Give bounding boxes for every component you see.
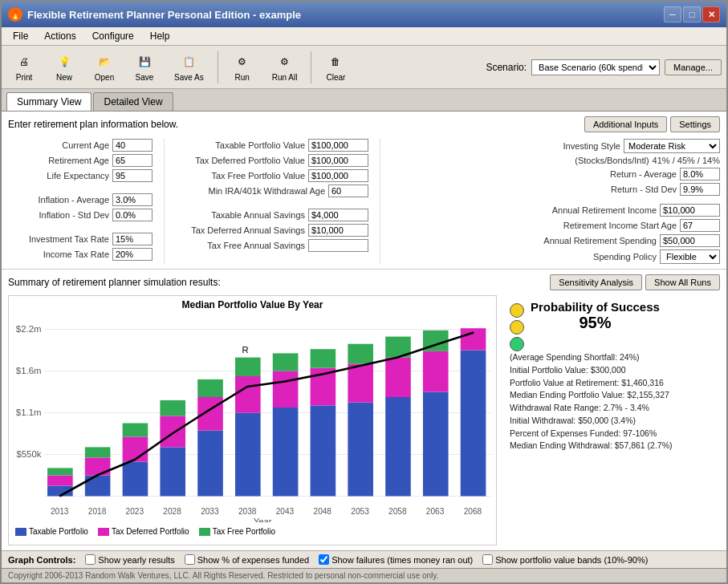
chart-legend: Taxable Portfolio Tax Deferred Portfolio… bbox=[9, 525, 496, 538]
stats-panel: Probability of Success 95% (Average Spen… bbox=[503, 295, 720, 545]
field-income-start: Retirement Income Start Age bbox=[392, 219, 720, 232]
svg-rect-18 bbox=[160, 447, 185, 496]
svg-rect-43 bbox=[461, 351, 486, 497]
svg-text:2038: 2038 bbox=[238, 506, 257, 515]
stocks-bonds-label: (Stocks/Bonds/Intl) bbox=[575, 156, 649, 165]
graph-controls: Graph Controls: Show yearly results Show… bbox=[2, 550, 726, 568]
run-button[interactable]: ⚙ Run bbox=[225, 49, 260, 85]
menu-configure[interactable]: Configure bbox=[86, 29, 140, 43]
maximize-button[interactable]: □ bbox=[683, 6, 701, 22]
income-start-label: Retirement Income Start Age bbox=[563, 221, 677, 230]
inflation-avg-input[interactable] bbox=[112, 193, 153, 206]
min-ira-input[interactable] bbox=[328, 185, 368, 197]
income-tax-label: Income Tax Rate bbox=[43, 249, 109, 259]
annual-spending-input[interactable] bbox=[660, 234, 720, 247]
show-failures-checkbox[interactable]: Show failures (times money ran out) bbox=[319, 554, 473, 565]
return-std-label: Return - Std Dev bbox=[611, 185, 677, 194]
expenses-checkbox-input[interactable] bbox=[185, 554, 195, 565]
spending-policy-select[interactable]: Flexible bbox=[660, 249, 720, 264]
results-header: Summary of retirement planner simulation… bbox=[8, 274, 720, 290]
taxfree-savings-input[interactable] bbox=[308, 239, 368, 252]
menu-file[interactable]: File bbox=[6, 29, 35, 43]
svg-rect-37 bbox=[385, 397, 411, 497]
income-tax-input[interactable] bbox=[112, 248, 153, 261]
additional-inputs-button[interactable]: Additional Inputs bbox=[584, 116, 667, 132]
svg-rect-14 bbox=[85, 447, 111, 457]
show-all-runs-button[interactable]: Show All Runs bbox=[645, 274, 720, 290]
min-ira-label: Min IRA/401k Withdrawal Age bbox=[208, 186, 325, 196]
legend-taxdeferred: Tax Deferred Portfolio bbox=[98, 527, 189, 536]
taxfree-portfolio-input[interactable] bbox=[308, 169, 368, 182]
open-icon: 📂 bbox=[95, 52, 114, 71]
svg-rect-15 bbox=[123, 462, 148, 497]
legend-taxdeferred-icon bbox=[98, 528, 109, 536]
title-bar-left: 🔥 Flexible Retirement Planner Personal E… bbox=[8, 7, 301, 22]
life-expectancy-input[interactable] bbox=[112, 169, 153, 182]
new-button[interactable]: 💡 New bbox=[47, 49, 82, 85]
tab-summary[interactable]: Summary View bbox=[6, 92, 92, 111]
show-expenses-checkbox[interactable]: Show % of expenses funded bbox=[185, 554, 309, 565]
probability-title: Probability of Success bbox=[531, 300, 660, 314]
svg-text:2023: 2023 bbox=[126, 506, 144, 515]
open-button[interactable]: 📂 Open bbox=[87, 49, 122, 85]
manage-button[interactable]: Manage... bbox=[665, 59, 722, 75]
taxdeferred-portfolio-input[interactable] bbox=[308, 154, 368, 167]
field-return-std: Return - Std Dev bbox=[392, 183, 720, 196]
run-all-button[interactable]: ⚙ Run All bbox=[265, 49, 305, 85]
print-button[interactable]: 🖨 Print bbox=[6, 49, 42, 85]
clear-button[interactable]: 🗑 Clear bbox=[318, 49, 353, 85]
svg-rect-16 bbox=[123, 436, 148, 461]
show-yearly-checkbox[interactable]: Show yearly results bbox=[85, 554, 174, 565]
toolbar-separator-2 bbox=[311, 51, 311, 83]
field-investing-style: Investing Style Moderate Risk bbox=[392, 139, 720, 153]
investing-style-select[interactable]: Moderate Risk bbox=[624, 139, 720, 153]
traffic-light bbox=[510, 303, 524, 351]
inputs-col-2: Taxable Portfolio Value Tax Deferred Por… bbox=[176, 139, 368, 264]
svg-text:2068: 2068 bbox=[464, 506, 482, 515]
svg-rect-13 bbox=[85, 457, 111, 475]
minimize-button[interactable]: ─ bbox=[664, 6, 681, 22]
failures-checkbox-input[interactable] bbox=[319, 554, 329, 565]
menu-help[interactable]: Help bbox=[144, 29, 177, 43]
open-label: Open bbox=[95, 73, 114, 82]
svg-text:2053: 2053 bbox=[351, 506, 369, 515]
svg-rect-41 bbox=[423, 351, 449, 392]
scenario-dropdown[interactable]: Base Scenario (60k spending,... bbox=[531, 59, 660, 75]
retirement-age-input[interactable] bbox=[112, 154, 153, 167]
return-std-input[interactable] bbox=[680, 183, 720, 196]
probability-content: Probability of Success 95% bbox=[531, 300, 660, 332]
close-button[interactable]: ✕ bbox=[702, 6, 720, 22]
return-avg-input[interactable] bbox=[680, 168, 720, 180]
bands-checkbox-input[interactable] bbox=[482, 554, 493, 565]
run-label: Run bbox=[235, 73, 250, 82]
invest-tax-input[interactable] bbox=[112, 233, 153, 245]
current-age-input[interactable] bbox=[112, 139, 153, 152]
expenses-label: Show % of expenses funded bbox=[197, 555, 309, 565]
svg-rect-34 bbox=[348, 403, 373, 497]
menu-actions[interactable]: Actions bbox=[38, 29, 82, 43]
yearly-checkbox-input[interactable] bbox=[85, 554, 96, 565]
save-as-button[interactable]: 📋 Save As bbox=[167, 49, 211, 85]
show-bands-checkbox[interactable]: Show portfolio value bands (10%-90%) bbox=[482, 554, 648, 565]
annual-income-input[interactable] bbox=[660, 204, 720, 217]
annual-income-label: Annual Retirement Income bbox=[552, 205, 657, 215]
taxable-portfolio-input[interactable] bbox=[308, 139, 368, 152]
legend-taxfree: Tax Free Portfolio bbox=[199, 527, 275, 536]
content-area: Enter retirement plan information below.… bbox=[2, 112, 726, 582]
run-all-label: Run All bbox=[272, 73, 298, 82]
inflation-std-input[interactable] bbox=[112, 209, 153, 221]
svg-rect-23 bbox=[197, 379, 223, 397]
tab-detailed[interactable]: Detailed View bbox=[93, 92, 173, 111]
taxdeferred-savings-input[interactable] bbox=[308, 224, 368, 237]
svg-rect-26 bbox=[235, 358, 261, 376]
settings-button[interactable]: Settings bbox=[670, 116, 720, 132]
svg-text:2048: 2048 bbox=[314, 506, 332, 515]
save-as-label: Save As bbox=[174, 73, 204, 82]
field-taxdeferred-portfolio: Tax Deferred Portfolio Value bbox=[176, 154, 368, 167]
sensitivity-analysis-button[interactable]: Sensitivity Analysis bbox=[550, 274, 642, 290]
taxable-savings-input[interactable] bbox=[308, 209, 368, 221]
save-as-icon: 📋 bbox=[179, 52, 198, 71]
yearly-label: Show yearly results bbox=[98, 555, 174, 565]
income-start-input[interactable] bbox=[680, 219, 720, 232]
save-button[interactable]: 💾 Save bbox=[127, 49, 162, 85]
